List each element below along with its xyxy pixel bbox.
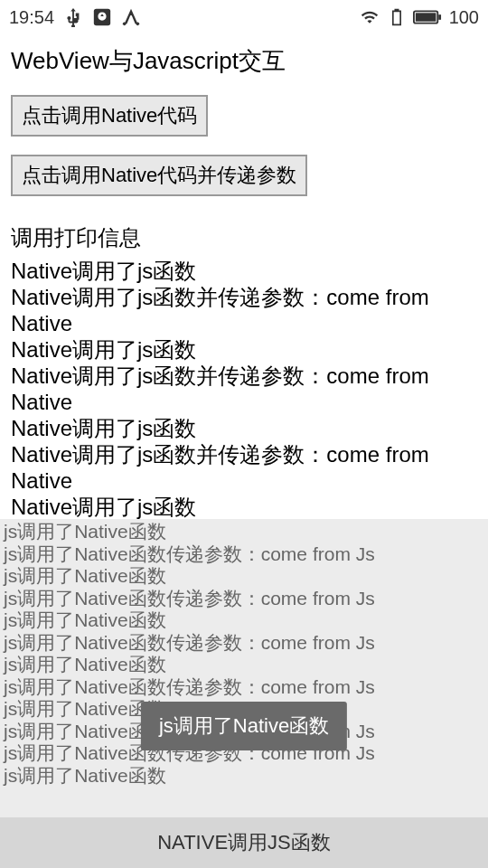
usb-icon [63, 7, 83, 27]
call-native-button[interactable]: 点击调用Native代码 [11, 95, 208, 137]
status-bar: 19:54 100 [0, 0, 488, 34]
log-line: Native调用了js函数 [11, 336, 477, 363]
status-time: 19:54 [9, 7, 54, 28]
log-line: js调用了Native函数传递参数：come from Js [4, 676, 484, 699]
page-title: WebView与Javascript交互 [11, 45, 477, 77]
log-line: Native调用了js函数并传递参数：come from Native [11, 441, 477, 494]
log-line: js调用了Native函数 [4, 765, 484, 788]
svg-rect-6 [438, 14, 441, 20]
toast-message: js调用了Native函数 [141, 702, 347, 750]
battery-icon [413, 8, 442, 26]
battery-percent: 100 [449, 7, 479, 28]
log-line: Native调用了js函数并传递参数：come from Native [11, 284, 477, 336]
lower-log-area: js调用了Native函数js调用了Native函数传递参数：come from… [0, 519, 488, 817]
share-icon [121, 7, 141, 27]
wifi-icon [359, 8, 380, 26]
svg-point-3 [136, 23, 140, 26]
log-line: js调用了Native函数传递参数：come from Js [4, 588, 484, 610]
log-line: js调用了Native函数 [4, 654, 484, 676]
upper-log-area: Native调用了js函数Native调用了js函数并传递参数：come fro… [11, 258, 477, 546]
webview-content: WebView与Javascript交互 点击调用Native代码 点击调用Na… [0, 34, 488, 557]
native-call-js-button[interactable]: NATIVE调用JS函数 [0, 817, 488, 868]
log-section-title: 调用打印信息 [11, 223, 477, 252]
log-line: Native调用了js函数 [11, 494, 477, 520]
log-line: js调用了Native函数 [4, 521, 484, 543]
log-line: Native调用了js函数 [11, 415, 477, 441]
svg-point-2 [129, 13, 133, 16]
log-line: js调用了Native函数传递参数：come from Js [4, 543, 484, 566]
log-line: Native调用了js函数并传递参数：come from Native [11, 363, 477, 415]
log-line: js调用了Native函数 [4, 565, 484, 588]
log-line: js调用了Native函数 [4, 609, 484, 632]
battery-outline-icon [388, 6, 406, 28]
log-line: js调用了Native函数传递参数：come from Js [4, 632, 484, 655]
svg-point-1 [123, 23, 127, 26]
app-icon [92, 7, 112, 27]
log-line: Native调用了js函数 [11, 258, 477, 284]
svg-rect-5 [415, 13, 436, 21]
call-native-with-args-button[interactable]: 点击调用Native代码并传递参数 [11, 155, 307, 196]
